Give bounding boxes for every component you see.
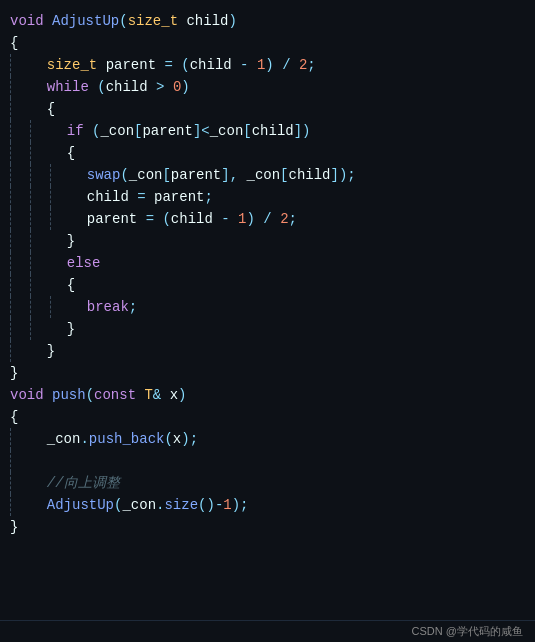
- code-line-2: {: [10, 32, 535, 54]
- code-line-24: }: [10, 516, 535, 538]
- code-line-20: _con.push_back(x);: [10, 428, 535, 450]
- code-line-3: size_t parent = (child - 1) / 2;: [10, 54, 535, 76]
- footer-bar: CSDN @学代码的咸鱼: [0, 620, 535, 642]
- code-line-23: AdjustUp(_con.size()-1);: [10, 494, 535, 516]
- code-block: void AdjustUp(size_t child) { size_t par…: [0, 0, 535, 620]
- code-line-7: {: [10, 142, 535, 164]
- code-line-4: while (child > 0): [10, 76, 535, 98]
- code-line-5: {: [10, 98, 535, 120]
- code-line-19: {: [10, 406, 535, 428]
- code-line-6: if (_con[parent]<_con[child]): [10, 120, 535, 142]
- code-line-11: }: [10, 230, 535, 252]
- code-line-9: child = parent;: [10, 186, 535, 208]
- code-line-1: void AdjustUp(size_t child): [10, 10, 535, 32]
- code-line-13: {: [10, 274, 535, 296]
- code-line-14: break;: [10, 296, 535, 318]
- code-line-22: //向上调整: [10, 472, 535, 494]
- footer-attribution: CSDN @学代码的咸鱼: [412, 624, 523, 639]
- code-line-17: }: [10, 362, 535, 384]
- code-line-15: }: [10, 318, 535, 340]
- code-line-21: [10, 450, 535, 472]
- code-line-12: else: [10, 252, 535, 274]
- code-line-18: void push(const T& x): [10, 384, 535, 406]
- code-line-8: swap(_con[parent], _con[child]);: [10, 164, 535, 186]
- code-line-10: parent = (child - 1) / 2;: [10, 208, 535, 230]
- code-line-16: }: [10, 340, 535, 362]
